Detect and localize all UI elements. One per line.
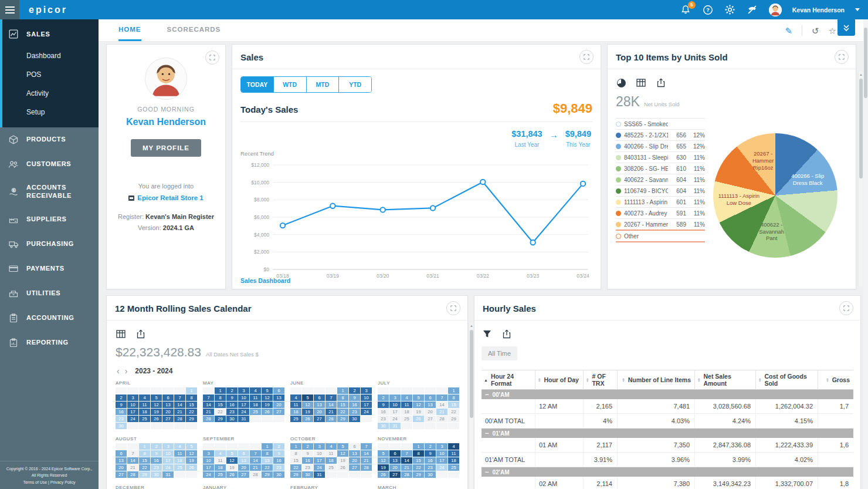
calendar-day-cell[interactable]: 1 xyxy=(413,443,424,450)
calendar-day-cell[interactable]: 11 xyxy=(326,450,337,457)
calendar-next-button[interactable]: › xyxy=(124,367,129,375)
notifications-button[interactable]: 5 xyxy=(680,4,691,16)
calendar-day-cell[interactable]: 10 xyxy=(127,402,138,408)
calendar-day-cell[interactable]: 12 xyxy=(413,402,424,408)
calendar-day-cell[interactable]: 1 xyxy=(186,387,197,394)
calendar-day-cell[interactable]: 20 xyxy=(425,409,436,415)
calendar-day-cell[interactable]: 4 xyxy=(139,394,150,401)
pie-chart[interactable] xyxy=(713,133,838,258)
calendar-day-cell[interactable]: 2 xyxy=(349,387,360,394)
calendar-day-cell[interactable]: 21 xyxy=(326,409,337,415)
calendar-day-cell[interactable]: 23 xyxy=(425,464,436,471)
calendar-day-cell[interactable]: 19 xyxy=(226,464,238,471)
calendar-day-cell[interactable]: 13 xyxy=(162,402,174,408)
calendar-day-cell[interactable]: 3 xyxy=(361,387,372,394)
calendar-day-cell[interactable]: 27 xyxy=(116,471,127,478)
sidebar-item-products[interactable]: PRODUCTS xyxy=(0,127,99,152)
calendar-day-cell[interactable]: 18 xyxy=(174,457,185,464)
calendar-day-cell[interactable]: 6 xyxy=(389,450,401,457)
calendar-day-cell[interactable]: 12 xyxy=(302,402,313,408)
page-scrollbar[interactable] xyxy=(863,19,868,489)
calendar-day-cell[interactable]: 22 xyxy=(215,409,226,415)
calendar-day-cell[interactable]: 30 xyxy=(302,471,313,478)
legend-item[interactable]: 400266 - Slip Dress ...65512% xyxy=(616,141,705,152)
sidebar-item-setup[interactable]: Setup xyxy=(2,103,99,122)
calendar-day-cell[interactable]: 3 xyxy=(162,443,174,450)
calendar-day-cell[interactable]: 10 xyxy=(238,394,249,401)
calendar-day-cell[interactable]: 22 xyxy=(139,464,150,471)
calendar-day-cell[interactable]: 12 xyxy=(378,457,389,464)
calendar-day-cell[interactable]: 1 xyxy=(262,443,273,450)
calendar-day-cell[interactable]: 24 xyxy=(314,464,325,471)
calendar-day-cell[interactable]: 29 xyxy=(186,416,197,422)
range-tab-mtd[interactable]: MTD xyxy=(307,77,340,92)
calendar-day-cell[interactable]: 13 xyxy=(389,457,401,464)
tab-scorecards[interactable]: SCORECARDS xyxy=(167,19,221,41)
calendar-day-cell[interactable]: 14 xyxy=(203,402,214,408)
table-view-button[interactable] xyxy=(116,329,126,339)
legend-item[interactable]: 20267 - Hammer Ri...58911% xyxy=(616,219,705,231)
legend-item[interactable]: 8403131 - Sleeping ...63011% xyxy=(616,152,705,163)
calendar-day-cell[interactable]: 19 xyxy=(413,409,424,415)
calendar-day-cell[interactable]: 8 xyxy=(262,450,273,457)
calendar-day-cell[interactable]: 10 xyxy=(162,450,174,457)
calendar-day-cell[interactable]: 28 xyxy=(361,464,372,471)
favorite-star-icon[interactable]: ☆ xyxy=(829,26,836,35)
calendar-day-cell[interactable]: 11 xyxy=(139,402,150,408)
calendar-day-cell[interactable]: 17 xyxy=(162,457,174,464)
calendar-day-cell[interactable]: 10 xyxy=(203,457,214,464)
sidebar-item-purchasing[interactable]: PURCHASING xyxy=(0,232,99,257)
calendar-day-cell[interactable]: 11 xyxy=(174,450,185,457)
calendar-day-cell[interactable]: 13 xyxy=(314,402,325,408)
calendar-day-cell[interactable]: 2 xyxy=(151,443,162,450)
calendar-day-cell[interactable]: 5 xyxy=(226,450,238,457)
calendar-day-cell[interactable]: 25 xyxy=(290,416,301,422)
calendar-day-cell[interactable]: 21 xyxy=(174,409,185,415)
calendar-day-cell[interactable]: 29 xyxy=(215,416,226,422)
legend-item[interactable]: 400622 - Savannah ...60411% xyxy=(616,174,705,186)
calendar-day-cell[interactable]: 9 xyxy=(378,402,389,408)
calendar-day-cell[interactable]: 21 xyxy=(361,457,372,464)
calendar-day-cell[interactable]: 24 xyxy=(436,464,447,471)
calendar-day-cell[interactable]: 29 xyxy=(139,471,150,478)
calendar-day-cell[interactable]: 4 xyxy=(448,443,459,450)
calendar-scrollbar[interactable]: ▲ xyxy=(469,323,473,489)
calendar-day-cell[interactable]: 8 xyxy=(139,450,150,457)
calendar-day-cell[interactable]: 9 xyxy=(349,394,360,401)
calendar-day-cell[interactable]: 18 xyxy=(401,409,412,415)
calendar-day-cell[interactable]: 17 xyxy=(238,402,249,408)
calendar-day-cell[interactable]: 30 xyxy=(226,416,238,422)
range-tab-wtd[interactable]: WTD xyxy=(274,77,307,92)
calendar-day-cell[interactable]: 4 xyxy=(290,394,301,401)
calendar-day-cell[interactable]: 4 xyxy=(174,443,185,450)
calendar-day-cell[interactable]: 29 xyxy=(448,416,459,422)
calendar-day-cell[interactable]: 24 xyxy=(127,416,138,422)
hamburger-menu-button[interactable] xyxy=(0,0,19,19)
calendar-day-cell[interactable]: 26 xyxy=(302,416,313,422)
sidebar-item-accounts-receivable[interactable]: $ACCOUNTS RECEIVABLE xyxy=(0,177,99,207)
calendar-day-cell[interactable]: 5 xyxy=(378,450,389,457)
calendar-day-cell[interactable]: 11 xyxy=(290,402,301,408)
calendar-day-cell[interactable]: 6 xyxy=(314,394,325,401)
calendar-day-cell[interactable]: 21 xyxy=(436,409,447,415)
calendar-day-cell[interactable]: 6 xyxy=(425,394,436,401)
calendar-day-cell[interactable]: 15 xyxy=(413,457,424,464)
calendar-day-cell[interactable]: 18 xyxy=(215,464,226,471)
calendar-day-cell[interactable]: 18 xyxy=(139,409,150,415)
calendar-day-cell[interactable]: 24 xyxy=(162,464,174,471)
calendar-day-cell[interactable]: 18 xyxy=(448,457,459,464)
calendar-day-cell[interactable]: 13 xyxy=(273,394,284,401)
calendar-day-cell[interactable]: 13 xyxy=(238,457,249,464)
calendar-prev-button[interactable]: ‹ xyxy=(116,367,121,375)
calendar-day-cell[interactable]: 25 xyxy=(326,464,337,471)
calendar-day-cell[interactable]: 16 xyxy=(116,409,127,415)
calendar-day-cell[interactable]: 9 xyxy=(302,450,313,457)
calendar-day-cell[interactable]: 18 xyxy=(326,457,337,464)
store-link[interactable]: Epicor Retail Store 1 xyxy=(114,194,218,201)
calendar-day-cell[interactable]: 23 xyxy=(226,409,238,415)
calendar-day-cell[interactable]: 15 xyxy=(215,402,226,408)
calendar-day-cell[interactable]: 7 xyxy=(326,394,337,401)
calendar-day-cell[interactable]: 13 xyxy=(116,457,127,464)
calendar-day-cell[interactable]: 30 xyxy=(151,471,162,478)
calendar-day-cell[interactable]: 25 xyxy=(401,416,412,422)
